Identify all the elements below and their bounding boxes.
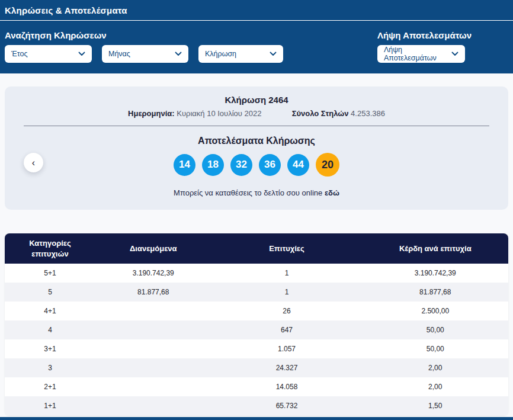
- distributed-cell: [95, 358, 211, 377]
- prize-cell: 2,00: [363, 358, 509, 377]
- header-prize: Κέρδη ανά επιτυχία: [363, 233, 509, 264]
- numbers-row: 14 18 32 36 44 20: [5, 153, 508, 177]
- prize-cell: 50,00: [363, 339, 509, 358]
- distributed-cell: [95, 396, 211, 415]
- distributed-cell: [95, 377, 211, 396]
- table-row: 2+114.0582,00: [5, 377, 508, 396]
- table-row: 1+165.7321,50: [5, 396, 508, 415]
- chevron-down-icon: [78, 52, 85, 56]
- category-cell: 3: [5, 358, 95, 377]
- prev-draw-button[interactable]: ‹: [24, 153, 43, 172]
- draw-title: Κλήρωση 2464: [5, 95, 508, 105]
- table-row: 5+13.190.742,3913.190.742,39: [5, 264, 508, 283]
- winners-cell: 1.057: [211, 339, 363, 358]
- download-results-dropdown[interactable]: Λήψη Αποτελεσμάτων: [377, 45, 465, 63]
- table-row: 464750,00: [5, 320, 508, 339]
- prize-cell: 2.500,00: [363, 302, 509, 320]
- download-results-heading: Λήψη Αποτελεσμάτων: [377, 30, 472, 40]
- category-cell: 5+1: [5, 264, 95, 283]
- chevron-left-icon: ‹: [32, 158, 35, 168]
- table-row: 3+11.05750,00: [5, 339, 508, 358]
- chevron-down-icon: [270, 52, 277, 56]
- category-cell: 4+1: [5, 302, 95, 320]
- header-winners: Επιτυχίες: [211, 233, 363, 264]
- table-header-row: Κατηγορίες επιτυχιών Διανεμόμενα Επιτυχί…: [5, 233, 508, 264]
- cta-line: Μπορείς να καταθέσεις το δελτίο σου onli…: [5, 188, 508, 197]
- winning-number: 44: [287, 154, 309, 176]
- card-divider: [24, 126, 489, 126]
- results-table-body: 5+13.190.742,3913.190.742,39581.877,6818…: [5, 264, 508, 415]
- distributed-cell: [95, 320, 211, 339]
- draw-results-heading: Αποτελέσματα Κλήρωσης: [5, 136, 508, 146]
- winners-cell: 1: [211, 264, 363, 283]
- results-table: Κατηγορίες επιτυχιών Διανεμόμενα Επιτυχί…: [5, 233, 508, 415]
- distributed-cell: [95, 339, 211, 358]
- date-value: Κυριακή 10 Ιουλίου 2022: [177, 109, 261, 118]
- month-dropdown-value: Μήνας: [108, 50, 130, 58]
- prize-cell: 1,50: [363, 396, 509, 415]
- category-cell: 2+1: [5, 377, 95, 396]
- draw-dropdown-value: Κλήρωση: [205, 50, 236, 58]
- year-dropdown-value: Έτος: [11, 50, 28, 58]
- draw-meta: Ημερομηνία: Κυριακή 10 Ιουλίου 2022 Σύνο…: [5, 109, 508, 118]
- prize-cell: 50,00: [363, 320, 509, 339]
- draw-card: ‹ Κλήρωση 2464 Ημερομηνία: Κυριακή 10 Ιο…: [5, 86, 508, 210]
- winners-cell: 24.327: [211, 358, 363, 377]
- cta-text: Μπορείς να καταθέσεις το δελτίο σου onli…: [174, 188, 322, 197]
- prize-cell: 3.190.742,39: [363, 264, 509, 283]
- cta-link[interactable]: εδώ: [325, 188, 339, 197]
- winners-cell: 647: [211, 320, 363, 339]
- page-title: Κληρώσεις & Αποτελέσματα: [0, 0, 513, 21]
- winning-number: 18: [202, 154, 224, 176]
- winners-cell: 14.058: [211, 377, 363, 396]
- distributed-cell: [95, 302, 211, 320]
- chevron-down-icon: [451, 52, 459, 56]
- distributed-cell: 3.190.742,39: [95, 264, 211, 283]
- distributed-cell: 81.877,68: [95, 283, 211, 302]
- table-row: 4+1262.500,00: [5, 302, 508, 320]
- bonus-number: 20: [316, 153, 339, 177]
- top-section: Κληρώσεις & Αποτελέσματα Αναζήτηση Κληρώ…: [0, 0, 513, 73]
- winning-number: 14: [174, 154, 195, 176]
- total-columns-value: 4.253.386: [351, 109, 385, 118]
- winning-number: 36: [259, 154, 281, 176]
- table-row: 324.3272,00: [5, 358, 508, 377]
- category-cell: 5: [5, 283, 95, 302]
- winners-cell: 26: [211, 302, 363, 320]
- header-categories: Κατηγορίες επιτυχιών: [5, 233, 95, 264]
- category-cell: 4: [5, 320, 95, 339]
- year-dropdown[interactable]: Έτος: [5, 45, 92, 63]
- prize-cell: 2,00: [363, 377, 509, 396]
- search-draws-heading: Αναζήτηση Κληρώσεων: [5, 30, 283, 40]
- prize-cell: 81.877,68: [363, 283, 509, 302]
- table-row: 581.877,68181.877,68: [5, 283, 508, 302]
- date-label: Ημερομηνία:: [128, 109, 175, 118]
- category-cell: 3+1: [5, 339, 95, 358]
- download-dropdown-value: Λήψη Αποτελεσμάτων: [384, 46, 448, 62]
- winners-cell: 1: [211, 283, 363, 302]
- winners-cell: 65.732: [211, 396, 363, 415]
- footer-strip: [0, 417, 513, 420]
- draw-dropdown[interactable]: Κλήρωση: [198, 45, 283, 63]
- total-columns-label: Σύνολο Στηλών: [292, 109, 349, 118]
- winning-number: 32: [230, 154, 252, 176]
- category-cell: 1+1: [5, 396, 95, 415]
- header-distributed: Διανεμόμενα: [95, 233, 211, 264]
- month-dropdown[interactable]: Μήνας: [102, 45, 188, 63]
- chevron-down-icon: [175, 52, 182, 56]
